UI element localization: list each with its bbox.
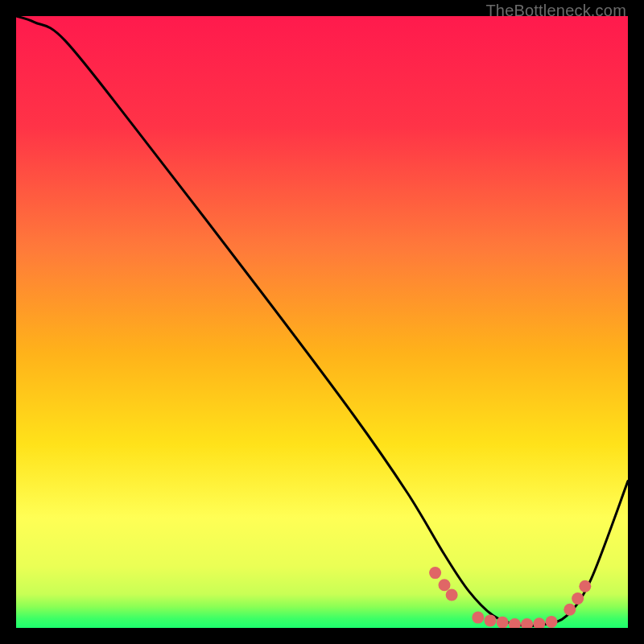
data-dot [429,567,441,579]
data-dot [472,612,484,624]
gradient-background [16,16,628,628]
data-dot [446,588,458,601]
data-dot [485,614,497,626]
data-dot [572,592,584,605]
attribution-text: TheBottleneck.com [485,2,626,20]
data-dot [579,580,591,592]
data-dot [439,579,451,591]
chart-svg [16,16,628,628]
plot-area [16,16,628,628]
data-dot [564,604,576,616]
data-dot [497,617,509,628]
data-dot [546,616,558,628]
chart-frame: TheBottleneck.com [0,0,644,644]
